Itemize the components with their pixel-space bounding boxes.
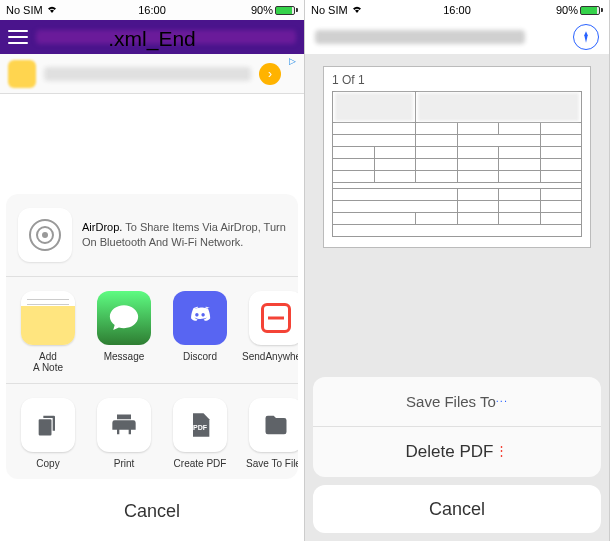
battery-percent: 90% bbox=[251, 4, 273, 16]
airdrop-title: AirDrop. bbox=[82, 221, 122, 233]
cancel-button[interactable]: Cancel bbox=[313, 485, 601, 533]
save-label: Save Files To bbox=[406, 393, 496, 410]
menu-indicator-icon: ⋮ bbox=[495, 443, 508, 458]
share-actions-row: Copy Print PDF Create PDF bbox=[6, 383, 298, 479]
action-label: Print bbox=[114, 458, 135, 469]
action-print[interactable]: Print bbox=[86, 398, 162, 469]
ad-choices-icon[interactable]: ▷ bbox=[289, 56, 296, 66]
share-app-message[interactable]: Message bbox=[86, 291, 162, 373]
delete-pdf-button[interactable]: Delete PDF⋮ bbox=[313, 427, 601, 477]
action-sheet: Save Files To... Delete PDF⋮ Cancel bbox=[313, 377, 601, 533]
app-label: SendAnywhere bbox=[242, 351, 298, 362]
airdrop-text: AirDrop. To Share Items Via AirDrop, Tur… bbox=[82, 220, 286, 250]
message-icon bbox=[97, 291, 151, 345]
app-label: Message bbox=[104, 351, 145, 362]
page-indicator: 1 Of 1 bbox=[332, 73, 582, 87]
notes-icon bbox=[21, 291, 75, 345]
ad-icon bbox=[8, 60, 36, 88]
print-icon bbox=[97, 398, 151, 452]
app-label: Discord bbox=[183, 351, 217, 362]
carrier-label: No SIM bbox=[311, 4, 348, 16]
share-sheet-panel: AirDrop. To Share Items Via AirDrop, Tur… bbox=[6, 194, 298, 479]
wifi-icon bbox=[46, 4, 58, 16]
copy-icon bbox=[21, 398, 75, 452]
action-label: Create PDF bbox=[174, 458, 227, 469]
save-files-to-button[interactable]: Save Files To... bbox=[313, 377, 601, 427]
action-label: Save To Files bbox=[246, 458, 298, 469]
ellipsis-icon: ... bbox=[496, 392, 508, 404]
app-label: Add A Note bbox=[33, 351, 63, 373]
battery-icon bbox=[275, 6, 298, 15]
sendanywhere-icon bbox=[249, 291, 298, 345]
battery-icon bbox=[580, 6, 603, 15]
header-title-blurred bbox=[315, 30, 525, 44]
invoice-table bbox=[332, 91, 582, 237]
cancel-button[interactable]: Cancel bbox=[6, 487, 298, 535]
document-page: 1 Of 1 bbox=[323, 66, 591, 248]
clock: 16:00 bbox=[138, 4, 166, 16]
action-label: Copy bbox=[36, 458, 59, 469]
wifi-icon bbox=[351, 4, 363, 16]
svg-text:PDF: PDF bbox=[193, 424, 208, 431]
folder-icon bbox=[249, 398, 298, 452]
ad-text-blurred bbox=[44, 67, 251, 81]
delete-label: Delete PDF bbox=[406, 442, 494, 462]
app-header bbox=[305, 20, 609, 54]
action-create-pdf[interactable]: PDF Create PDF bbox=[162, 398, 238, 469]
carrier-label: No SIM bbox=[6, 4, 43, 16]
airdrop-icon bbox=[18, 208, 72, 262]
status-bar: No SIM 16:00 90% bbox=[305, 0, 609, 20]
action-copy[interactable]: Copy bbox=[10, 398, 86, 469]
clock: 16:00 bbox=[443, 4, 471, 16]
share-app-sendanywhere[interactable]: SendAnywhere bbox=[238, 291, 298, 373]
share-apps-row: Add A Note Message Discord SendAnyw bbox=[6, 277, 298, 383]
status-bar: No SIM 16:00 90% bbox=[0, 0, 304, 20]
ad-banner[interactable]: › ▷ bbox=[0, 54, 304, 94]
right-phone-screen: No SIM 16:00 90% 1 Of 1 bbox=[305, 0, 610, 541]
app-header bbox=[0, 20, 304, 54]
action-save-to-files[interactable]: Save To Files bbox=[238, 398, 298, 469]
share-sheet: AirDrop. To Share Items Via AirDrop, Tur… bbox=[6, 194, 298, 535]
action-sheet-panel: Save Files To... Delete PDF⋮ bbox=[313, 377, 601, 477]
header-title-blurred bbox=[36, 30, 296, 44]
ad-arrow-icon[interactable]: › bbox=[259, 63, 281, 85]
airdrop-row[interactable]: AirDrop. To Share Items Via AirDrop, Tur… bbox=[6, 194, 298, 277]
share-app-notes[interactable]: Add A Note bbox=[10, 291, 86, 373]
compass-icon[interactable] bbox=[573, 24, 599, 50]
menu-icon[interactable] bbox=[8, 30, 28, 44]
share-app-discord[interactable]: Discord bbox=[162, 291, 238, 373]
pdf-icon: PDF bbox=[173, 398, 227, 452]
discord-icon bbox=[173, 291, 227, 345]
left-phone-screen: No SIM 16:00 90% .xml_End › ▷ AirDrop. T… bbox=[0, 0, 305, 541]
battery-percent: 90% bbox=[556, 4, 578, 16]
